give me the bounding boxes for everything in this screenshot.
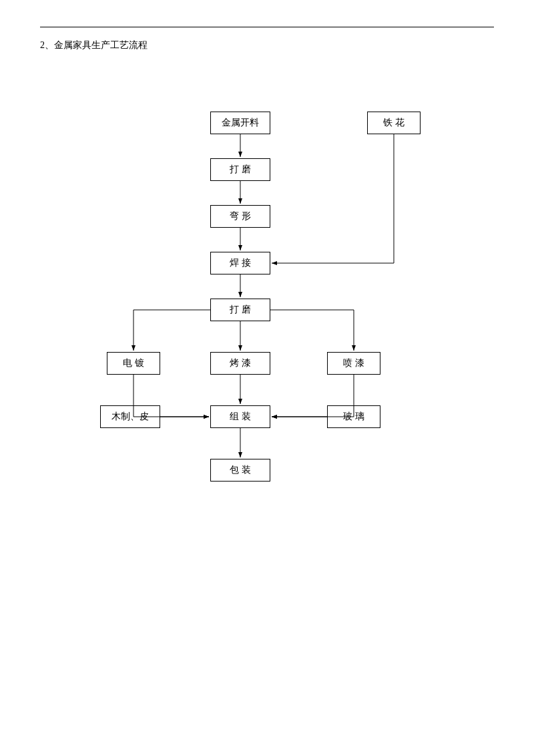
box-da-mo-2: 打 磨 <box>210 299 270 321</box>
box-bo-li: 玻 璃 <box>327 405 380 428</box>
box-bao-zhuang: 包 装 <box>210 459 270 482</box>
box-dian-du: 电 镀 <box>107 352 160 375</box>
flowchart: 金属开料 铁 花 打 磨 弯 形 焊 接 打 磨 电 镀 烤 漆 喷 漆 木制、… <box>40 71 494 539</box>
top-divider <box>40 27 494 27</box>
box-han-jie: 焊 接 <box>210 252 270 274</box>
box-mu-zhi-pi: 木制、皮 <box>100 405 160 428</box>
box-da-mo-1: 打 磨 <box>210 158 270 181</box>
box-jin-shu-kai-liao: 金属开料 <box>210 112 270 134</box>
page: 2、金属家具生产工艺流程 金属开料 铁 花 打 磨 弯 形 焊 接 打 磨 电 … <box>0 0 534 756</box>
box-zu-zhuang: 组 装 <box>210 405 270 428</box>
box-kao-qi: 烤 漆 <box>210 352 270 375</box>
section-title: 2、金属家具生产工艺流程 <box>40 39 494 51</box>
box-pen-qi: 喷 漆 <box>327 352 380 375</box>
box-wan-xing: 弯 形 <box>210 205 270 228</box>
box-tie-hua: 铁 花 <box>367 112 421 134</box>
